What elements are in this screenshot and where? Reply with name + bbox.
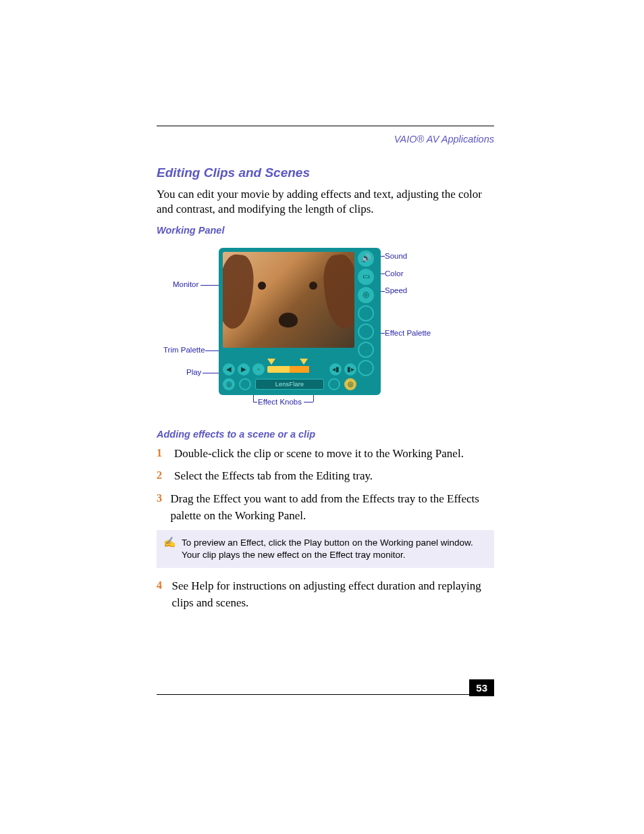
monitor-preview: [223, 252, 354, 348]
transport-row: ◀ ▶ ◦ ◂▮ ▮▸: [223, 363, 356, 376]
callout-trim: Trim Palette: [163, 346, 205, 354]
leader-line: [253, 402, 257, 402]
play-button[interactable]: ▶: [238, 363, 250, 375]
callout-knobs: Effect Knobs: [258, 398, 302, 406]
step-text: Double-click the clip or scene to move i…: [174, 445, 464, 463]
step-text: Select the Effects tab from the Editing …: [174, 467, 373, 485]
intro-paragraph: You can edit your movie by adding effect…: [157, 187, 494, 217]
effect-knob[interactable]: [328, 378, 340, 390]
step-item: 4 See Help for instructions on adjusting…: [157, 577, 494, 612]
trim-handle-in[interactable]: [267, 359, 275, 365]
step-item: 2 Select the Effects tab from the Editin…: [157, 467, 494, 485]
callout-sound: Sound: [385, 252, 407, 260]
step-fwd-button[interactable]: ▮▸: [344, 363, 356, 375]
step-item: 1 Double-click the clip or scene to move…: [157, 445, 494, 463]
step-number: 3: [157, 490, 166, 525]
steps-list-cont: 4 See Help for instructions on adjusting…: [157, 577, 494, 612]
trim-track[interactable]: [267, 366, 327, 373]
top-rule: [157, 126, 494, 126]
note-icon: ✍: [163, 537, 176, 561]
figure-caption: Working Panel: [157, 225, 494, 236]
content: Editing Clips and Scenes You can edit yo…: [157, 165, 494, 617]
effect-slot[interactable]: [358, 305, 374, 321]
effect-slot[interactable]: [358, 323, 374, 340]
effect-knob[interactable]: [239, 378, 251, 390]
step-number: 1: [157, 445, 170, 463]
sound-button[interactable]: 🔊: [358, 251, 374, 267]
trim-handle-out[interactable]: [300, 359, 308, 365]
stop-button[interactable]: ◦: [252, 363, 265, 375]
prev-button[interactable]: ◀: [223, 363, 235, 375]
page: VAIO® AV Applications Editing Clips and …: [0, 0, 644, 834]
step-text: See Help for instructions on adjusting e…: [172, 577, 494, 612]
bottom-rule: [157, 694, 494, 695]
effect-slot[interactable]: [358, 342, 374, 358]
note-box: ✍ To preview an Effect, click the Play b…: [157, 530, 494, 568]
side-buttons: 🔊 ▭ ◎: [358, 251, 378, 376]
effect-row: ◎ LensFlare ◎: [223, 377, 356, 391]
speed-button[interactable]: ◎: [358, 287, 374, 303]
step-number: 4: [157, 577, 168, 612]
callout-speed: Speed: [385, 286, 407, 294]
running-header: VAIO® AV Applications: [394, 134, 494, 145]
subsection-title: Adding effects to a scene or a clip: [157, 429, 494, 440]
callout-effect-palette: Effect Palette: [385, 329, 431, 337]
working-panel-figure: Monitor Trim Palette Play Effect Knobs S…: [157, 241, 494, 417]
effect-name-box: LensFlare: [255, 379, 324, 390]
effect-slot[interactable]: [358, 360, 374, 376]
step-item: 3 Drag the Effect you want to add from t…: [157, 490, 494, 525]
callout-play: Play: [186, 368, 201, 376]
callout-monitor: Monitor: [173, 280, 198, 288]
step-back-button[interactable]: ◂▮: [329, 363, 342, 375]
working-panel: 🔊 ▭ ◎ ◀ ▶ ◦ ◂▮ ▮▸: [219, 248, 381, 395]
effect-knob-b[interactable]: ◎: [344, 378, 356, 390]
steps-list: 1 Double-click the clip or scene to move…: [157, 445, 494, 525]
section-title: Editing Clips and Scenes: [157, 165, 494, 180]
effect-knob-a[interactable]: ◎: [223, 378, 235, 390]
callout-color: Color: [385, 269, 403, 278]
leader-line: [304, 402, 313, 402]
step-number: 2: [157, 467, 170, 485]
color-button[interactable]: ▭: [358, 269, 374, 285]
step-text: Drag the Effect you want to add from the…: [170, 490, 494, 525]
note-text: To preview an Effect, click the Play but…: [182, 537, 486, 561]
